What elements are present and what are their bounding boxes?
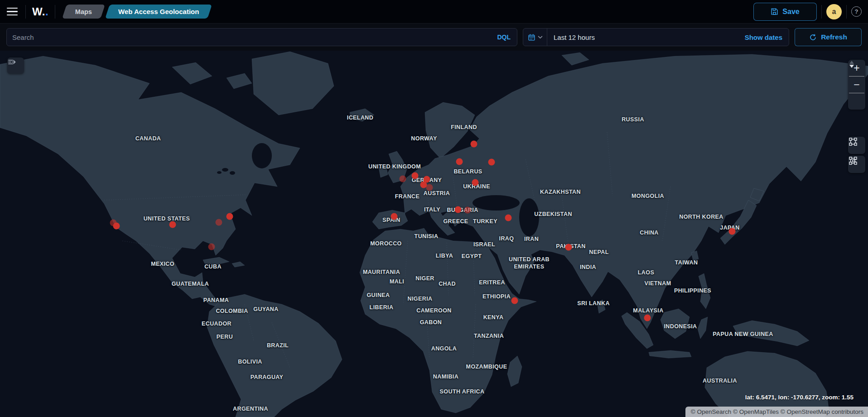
nav-divider	[55, 5, 55, 19]
zoom-out-button[interactable]: −	[848, 77, 865, 93]
geo-event-marker[interactable]	[511, 297, 518, 304]
breadcrumb-tab-web-access-geolocation[interactable]: Web Access Geolocation	[105, 5, 212, 19]
time-range-value[interactable]: Last 12 hours	[547, 34, 738, 41]
date-picker: Last 12 hours Show dates	[523, 28, 789, 46]
geo-event-marker[interactable]	[169, 221, 176, 228]
calendar-icon	[528, 34, 535, 41]
calendar-button[interactable]	[523, 29, 547, 46]
search-input[interactable]	[12, 34, 496, 41]
breadcrumb-label: Maps	[75, 8, 92, 15]
black-sea	[473, 195, 520, 211]
nav-divider	[821, 5, 822, 19]
vector-edit-icon	[848, 156, 858, 166]
geo-event-marker[interactable]	[472, 179, 479, 186]
compass-reset-button[interactable]	[848, 93, 865, 110]
geo-event-marker[interactable]	[113, 223, 120, 230]
logo-text: W.	[32, 5, 45, 18]
geo-event-marker[interactable]	[216, 219, 222, 226]
refresh-icon	[809, 34, 817, 41]
geo-event-marker[interactable]	[412, 173, 419, 179]
geo-event-marker[interactable]	[455, 206, 462, 213]
vector-square-icon	[848, 137, 858, 147]
user-avatar[interactable]: a	[826, 4, 842, 19]
top-nav-bar: W.. Maps Web Access Geolocation Save a ?	[0, 0, 868, 24]
zoom-controls: + −	[848, 60, 865, 110]
save-button[interactable]: Save	[753, 3, 817, 21]
world-map-base	[0, 51, 868, 417]
compass-icon	[848, 60, 855, 69]
geo-event-marker[interactable]	[505, 215, 512, 221]
app-logo[interactable]: W..	[30, 5, 50, 18]
help-icon[interactable]: ?	[851, 6, 862, 17]
geo-event-marker[interactable]	[471, 141, 477, 148]
nav-divider	[846, 5, 847, 19]
avatar-initial: a	[832, 8, 836, 16]
caspian-sea	[519, 198, 539, 236]
draw-rectangle-filter-button[interactable]	[848, 137, 865, 154]
geo-event-marker[interactable]	[456, 158, 463, 165]
geo-event-marker[interactable]	[644, 315, 651, 321]
menu-hamburger-icon[interactable]	[4, 3, 21, 20]
search-box: DQL	[6, 28, 517, 46]
coords-readout: lat: 6.5471, lon: -170.6277, zoom: 1.55	[745, 394, 854, 401]
geo-event-marker[interactable]	[426, 184, 433, 191]
query-bar: DQL Last 12 hours Show dates Refresh	[0, 24, 868, 51]
expand-legend-icon	[7, 58, 16, 67]
refresh-button[interactable]: Refresh	[795, 28, 862, 46]
draw-polygon-filter-button[interactable]	[848, 156, 865, 173]
breadcrumb-label: Web Access Geolocation	[118, 8, 199, 15]
geo-event-marker[interactable]	[565, 244, 572, 251]
map-canvas[interactable]: ICELANDCANADANORWAYFINLANDRUSSIAUNITED K…	[0, 51, 868, 417]
legend-toggle-button[interactable]	[7, 58, 24, 74]
map-attribution: © OpenSearch © OpenMapTiles © OpenStreet…	[685, 407, 868, 417]
chevron-down-icon	[538, 35, 543, 39]
geo-event-marker[interactable]	[227, 213, 233, 220]
geo-event-marker[interactable]	[464, 207, 471, 214]
nav-divider	[25, 5, 26, 19]
save-floppy-icon	[771, 8, 778, 15]
save-label: Save	[782, 8, 799, 16]
geo-event-marker[interactable]	[391, 213, 398, 220]
geo-event-marker[interactable]	[400, 175, 406, 182]
query-language-button[interactable]: DQL	[496, 34, 511, 41]
show-dates-button[interactable]: Show dates	[738, 34, 789, 41]
geo-event-marker[interactable]	[729, 228, 736, 235]
refresh-label: Refresh	[821, 33, 847, 41]
geo-event-marker[interactable]	[488, 159, 495, 166]
breadcrumb-tab-maps[interactable]: Maps	[62, 5, 105, 19]
geo-event-marker[interactable]	[208, 244, 215, 250]
